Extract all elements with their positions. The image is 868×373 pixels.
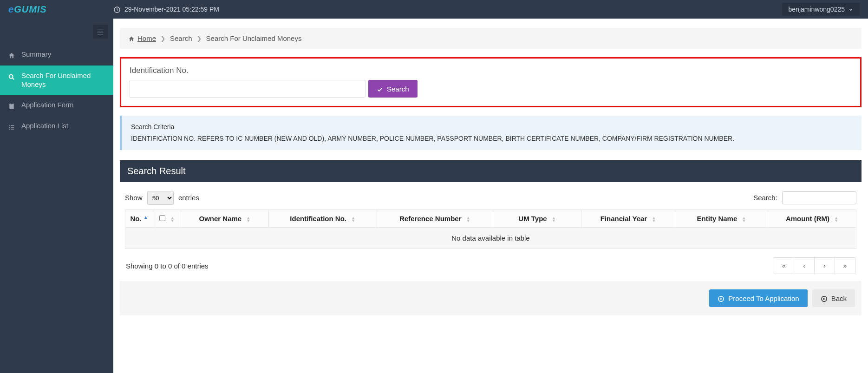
- search-button[interactable]: Search: [368, 80, 418, 98]
- proceed-button[interactable]: Proceed To Application: [709, 289, 807, 307]
- table-empty-row: No data available in table: [125, 228, 856, 249]
- breadcrumb-home[interactable]: Home: [128, 34, 156, 42]
- sort-icon: ▲▼: [552, 216, 556, 222]
- sort-icon: ▲▼: [351, 216, 355, 222]
- clipboard-icon: [7, 101, 16, 111]
- page-length-control: Show 102550100 entries: [125, 191, 199, 205]
- col-amount[interactable]: Amount (RM) ▲▼: [768, 210, 856, 228]
- list-icon: [7, 122, 16, 131]
- chevron-right-icon: ›: [823, 262, 826, 269]
- table-filter-input[interactable]: [782, 191, 856, 204]
- search-box-highlighted: Identification No. Search: [120, 57, 861, 107]
- identification-input[interactable]: [130, 80, 365, 98]
- pager-next[interactable]: ›: [815, 257, 835, 274]
- sidebar-item-application-form[interactable]: Application Form: [0, 95, 113, 116]
- col-select[interactable]: ▲▼: [153, 210, 181, 228]
- sort-icon: ▲▼: [170, 216, 175, 222]
- identification-label: Identification No.: [130, 66, 852, 75]
- table-info: Showing 0 to 0 of 0 entries: [126, 262, 209, 270]
- sidebar-item-label: Search For Unclaimed Moneys: [21, 71, 106, 89]
- header-datetime: 29-November-2021 05:22:59 PM: [113, 5, 219, 13]
- pager-prev[interactable]: ‹: [794, 257, 815, 274]
- breadcrumb-mid: Search: [170, 34, 192, 42]
- svg-rect-3: [11, 103, 13, 104]
- home-icon: [7, 51, 16, 60]
- pager-first[interactable]: «: [774, 257, 794, 274]
- sidebar-item-label: Application Form: [21, 100, 74, 110]
- top-bar: eGUMIS 29-November-2021 05:22:59 PM benj…: [0, 0, 868, 19]
- results-title: Search Result: [120, 160, 861, 182]
- chevron-down-icon: [848, 6, 853, 13]
- clock-icon: [113, 5, 121, 13]
- sidebar-item-label: Summary: [21, 50, 51, 59]
- page-length-select[interactable]: 102550100: [147, 191, 174, 205]
- callout-body: IDENTIFICATION NO. REFERS TO IC NUMBER (…: [131, 134, 852, 144]
- back-button[interactable]: Back: [812, 289, 855, 307]
- sidebar-item-label: Application List: [21, 121, 68, 131]
- double-chevron-left-icon: «: [782, 262, 786, 269]
- sidebar-item-summary[interactable]: Summary: [0, 44, 113, 65]
- svg-rect-2: [9, 104, 13, 109]
- select-all-checkbox[interactable]: [159, 215, 165, 221]
- col-owner-name[interactable]: Owner Name ▲▼: [181, 210, 269, 228]
- logo-rest: GUMIS: [14, 4, 47, 15]
- col-financial-year[interactable]: Financial Year ▲▼: [581, 210, 675, 228]
- sort-icon: ▲▼: [652, 216, 656, 222]
- home-icon: [128, 34, 135, 42]
- col-reference-number[interactable]: Reference Number ▲▼: [377, 210, 493, 228]
- table-filter: Search:: [753, 191, 856, 204]
- action-bar: Proceed To Application Back: [120, 281, 861, 315]
- sidebar-item-application-list[interactable]: Application List: [0, 116, 113, 137]
- breadcrumb: Home ❯ Search ❯ Search For Unclaimed Mon…: [120, 28, 861, 49]
- sort-icon: ▲▼: [742, 216, 746, 222]
- search-icon: [7, 72, 16, 81]
- double-chevron-right-icon: »: [843, 262, 847, 269]
- menu-icon: [97, 28, 104, 35]
- logo-e: e: [8, 4, 14, 15]
- col-no[interactable]: No.▲: [125, 210, 153, 228]
- arrow-left-circle-icon: [821, 294, 828, 302]
- search-criteria-callout: Search Criteria IDENTIFICATION NO. REFER…: [120, 116, 861, 150]
- breadcrumb-separator: ❯: [161, 35, 165, 42]
- pager-last[interactable]: »: [835, 257, 855, 274]
- username: benjaminwong0225: [789, 6, 845, 13]
- app-logo: eGUMIS: [8, 4, 113, 15]
- chevron-left-icon: ‹: [803, 262, 805, 269]
- check-icon: [377, 85, 383, 93]
- plus-circle-icon: [718, 294, 724, 302]
- main-content: Home ❯ Search ❯ Search For Unclaimed Mon…: [113, 19, 868, 373]
- pager: « ‹ › »: [774, 257, 855, 274]
- sidebar-collapse-button[interactable]: [93, 25, 108, 39]
- sort-icon: ▲▼: [834, 216, 838, 222]
- callout-title: Search Criteria: [131, 122, 852, 132]
- sort-asc-icon: ▲: [144, 215, 148, 220]
- breadcrumb-separator: ❯: [197, 35, 202, 42]
- sort-icon: ▲▼: [246, 216, 250, 222]
- sidebar-item-search-unclaimed[interactable]: Search For Unclaimed Moneys: [0, 65, 113, 95]
- col-identification-no[interactable]: Identification No. ▲▼: [268, 210, 377, 228]
- results-table: No.▲ ▲▼ Owner Name ▲▼ Identif: [125, 209, 856, 249]
- svg-point-1: [9, 74, 13, 78]
- sidebar: Summary Search For Unclaimed Moneys Appl…: [0, 19, 113, 373]
- results-panel: Search Result Show 102550100 entries Sea…: [120, 160, 861, 281]
- breadcrumb-current: Search For Unclaimed Moneys: [206, 34, 302, 42]
- datetime-text: 29-November-2021 05:22:59 PM: [124, 6, 219, 13]
- col-entity-name[interactable]: Entity Name ▲▼: [675, 210, 768, 228]
- sort-icon: ▲▼: [466, 216, 470, 222]
- col-um-type[interactable]: UM Type ▲▼: [493, 210, 581, 228]
- user-menu[interactable]: benjaminwong0225: [782, 3, 860, 16]
